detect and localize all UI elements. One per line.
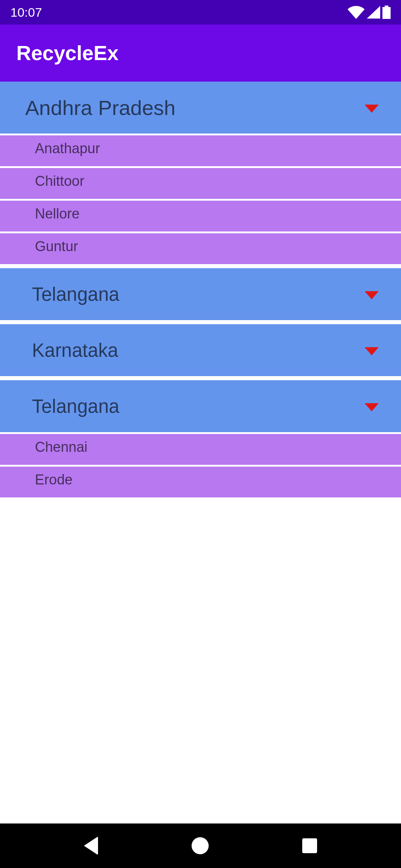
wifi-icon xyxy=(348,6,365,19)
list-item[interactable]: Nellore xyxy=(0,201,401,231)
status-icons xyxy=(348,6,391,19)
chevron-down-icon xyxy=(365,403,379,411)
group-header[interactable]: Andhra Pradesh xyxy=(0,82,401,134)
cell-signal-icon xyxy=(367,6,380,19)
group-header[interactable]: Telangana xyxy=(0,268,401,320)
app-bar: RecycleEx xyxy=(0,24,401,82)
list-item-label: Nellore xyxy=(35,206,79,222)
list-item[interactable]: Erode xyxy=(0,467,401,497)
list-item-label: Chittoor xyxy=(35,173,84,189)
list-item-label: Anathapur xyxy=(35,141,100,157)
nav-recent-button[interactable] xyxy=(302,838,317,853)
nav-home-button[interactable] xyxy=(192,837,209,854)
list-item-label: Chennai xyxy=(35,439,88,455)
app-title: RecycleEx xyxy=(16,41,118,65)
status-bar: 10:07 xyxy=(0,0,401,24)
group-header[interactable]: Telangana xyxy=(0,380,401,432)
chevron-down-icon xyxy=(365,105,379,113)
list-item[interactable]: Guntur xyxy=(0,233,401,264)
list-item[interactable]: Chennai xyxy=(0,434,401,465)
recycler-list[interactable]: Andhra Pradesh Anathapur Chittoor Nellor… xyxy=(0,82,401,497)
list-item-label: Erode xyxy=(35,472,72,488)
list-item[interactable]: Chittoor xyxy=(0,168,401,199)
battery-icon xyxy=(382,6,391,19)
group-label: Andhra Pradesh xyxy=(25,96,176,120)
group-label: Telangana xyxy=(32,283,119,305)
navigation-bar xyxy=(0,823,401,868)
status-time: 10:07 xyxy=(10,5,42,20)
nav-back-button[interactable] xyxy=(84,836,98,855)
group-header[interactable]: Karnataka xyxy=(0,324,401,376)
chevron-down-icon xyxy=(365,291,379,299)
group-label: Karnataka xyxy=(32,339,118,361)
chevron-down-icon xyxy=(365,347,379,355)
list-item[interactable]: Anathapur xyxy=(0,135,401,166)
list-item-label: Guntur xyxy=(35,239,78,254)
group-label: Telangana xyxy=(32,395,119,417)
